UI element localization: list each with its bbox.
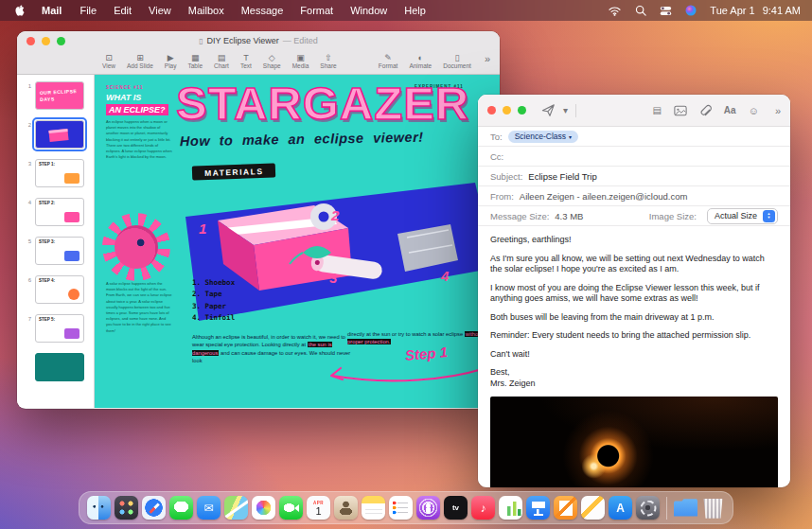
menu-bar-clock[interactable]: Tue Apr 1 9:41 AM xyxy=(710,5,801,16)
dock-messages-icon[interactable] xyxy=(169,496,193,520)
slide-number: 7 xyxy=(17,316,31,322)
dock-notes-icon[interactable] xyxy=(362,496,385,520)
menu-mailbox[interactable]: Mailbox xyxy=(180,0,233,21)
media-button[interactable]: ▣ Media xyxy=(292,53,309,69)
send-icon[interactable] xyxy=(541,103,556,117)
chart-button[interactable]: ▤ Chart xyxy=(214,53,229,69)
close-button[interactable] xyxy=(487,106,496,115)
document-button[interactable]: ▯ Document xyxy=(443,53,471,69)
apple-menu[interactable] xyxy=(11,4,32,17)
dock-trash-icon[interactable] xyxy=(701,496,725,520)
header-fields-icon[interactable]: ▤ xyxy=(652,105,661,115)
message-body-editor[interactable]: Greetings, earthlings! As I'm sure you a… xyxy=(478,226,790,389)
menu-help[interactable]: Help xyxy=(396,0,434,21)
subject-field[interactable]: Subject: Eclipse Field Trip xyxy=(478,167,790,186)
slide-thumbnail-2[interactable] xyxy=(35,120,84,149)
material-item-2: 2. Tape xyxy=(192,289,235,300)
eclipse-photo-attachment[interactable] xyxy=(490,397,778,487)
menu-window[interactable]: Window xyxy=(342,0,396,21)
emoji-icon[interactable]: ☺ xyxy=(749,105,759,116)
image-size-popup[interactable]: Actual Size ▴ ▾ xyxy=(707,208,778,224)
siri-icon[interactable] xyxy=(685,5,697,16)
zoom-button[interactable] xyxy=(57,37,65,45)
toolbar-overflow-chevron[interactable]: » xyxy=(483,53,492,69)
share-button[interactable]: ⇧ Share xyxy=(320,53,336,69)
dock-tv-icon[interactable]: tv xyxy=(444,496,468,520)
slide-thumbnail-1[interactable]: OUR ECLIPSE DAYS xyxy=(35,81,84,110)
zoom-button[interactable] xyxy=(518,106,526,115)
format-button[interactable]: ✎ Format xyxy=(379,53,398,69)
menu-view[interactable]: View xyxy=(140,0,180,21)
dock-calendar-icon[interactable]: APR 1 xyxy=(307,496,330,520)
appstore-glyph: A xyxy=(616,502,625,515)
dock-settings-icon[interactable] xyxy=(636,496,660,520)
sun-illustration[interactable] xyxy=(102,213,170,281)
dock-podcasts-icon[interactable] xyxy=(416,496,440,520)
format-icon[interactable]: Aa xyxy=(724,105,736,115)
add-slide-button[interactable]: ⊞ Add Slide xyxy=(127,53,153,69)
dock-music-icon[interactable]: ♪ xyxy=(471,496,495,520)
table-button[interactable]: ▦ Table xyxy=(187,53,203,69)
science-tag[interactable]: SCIENCE #11 xyxy=(106,85,144,90)
dock-contacts-icon[interactable] xyxy=(334,496,358,520)
warning-paragraph-2[interactable]: directly at the sun or try to watch a so… xyxy=(347,330,485,346)
close-button[interactable] xyxy=(26,37,35,45)
dock-keynote-icon[interactable] xyxy=(526,496,550,520)
play-button[interactable]: ▶ Play xyxy=(165,53,177,69)
mail-toolbar[interactable]: ▾ ▤ Aa ☺ » xyxy=(478,95,790,127)
keynote-titlebar[interactable]: ▯ DIY Eclipse Viewer — Edited xyxy=(17,31,500,50)
menu-message[interactable]: Message xyxy=(233,0,292,21)
dock-photos-icon[interactable] xyxy=(252,496,275,520)
menu-file[interactable]: File xyxy=(71,0,105,21)
dock-reminders-icon[interactable] xyxy=(389,496,413,520)
shape-button[interactable]: ◇ Shape xyxy=(263,53,281,69)
dock-maps-icon[interactable] xyxy=(224,496,248,520)
slide-thumbnail-6[interactable]: STEP 4: xyxy=(35,275,84,304)
slide-thumbnail-5[interactable]: STEP 3: xyxy=(35,237,84,265)
search-icon[interactable] xyxy=(635,5,646,16)
attach-icon[interactable] xyxy=(699,104,712,117)
intro-paragraph[interactable]: An eclipse happens when a moon or planet… xyxy=(106,119,172,160)
dock-numbers-icon[interactable] xyxy=(499,496,522,520)
view-button[interactable]: ⊡ View xyxy=(102,53,115,69)
dock-facetime-icon[interactable] xyxy=(279,496,303,520)
cc-field[interactable]: Cc: xyxy=(478,147,790,167)
warning-paragraph[interactable]: Although an eclipse is beautiful, in ord… xyxy=(192,333,351,365)
slide-row-5: 5 STEP 3: xyxy=(17,237,94,265)
materials-label[interactable]: MATERIALS xyxy=(192,163,276,180)
photo-browser-icon[interactable] xyxy=(674,105,687,116)
slide-subtitle[interactable]: How to make an eclipse viewer! xyxy=(180,130,424,149)
slide-thumbnail-3[interactable]: STEP 1: xyxy=(35,159,84,187)
wifi-icon[interactable] xyxy=(608,6,622,16)
dock-launchpad-icon[interactable] xyxy=(115,496,138,520)
dock-appstore-icon[interactable]: A xyxy=(609,496,632,520)
recipient-token[interactable]: Science-Class ▾ xyxy=(508,131,578,143)
minimize-button[interactable] xyxy=(503,106,511,115)
menu-edit[interactable]: Edit xyxy=(105,0,140,21)
send-options-chevron[interactable]: ▾ xyxy=(563,105,568,115)
materials-list[interactable]: 1. Shoebox 2. Tape 3. Paper 4. Tinfoil xyxy=(192,277,235,325)
dock-freeform-icon[interactable] xyxy=(581,496,605,520)
text-button[interactable]: T Text xyxy=(240,53,252,69)
menu-format[interactable]: Format xyxy=(291,0,342,21)
slide-thumbnail-4[interactable]: STEP 2: xyxy=(35,198,84,226)
dock-mail-icon[interactable]: ✉ xyxy=(197,496,221,520)
slide-row-6: 6 STEP 4: xyxy=(17,275,94,304)
dock-finder-icon[interactable] xyxy=(87,496,111,520)
mail-toolbar-overflow-chevron[interactable]: » xyxy=(775,105,781,116)
solar-note-paragraph[interactable]: A solar eclipse happens when the moon bl… xyxy=(106,281,172,334)
control-center-icon[interactable] xyxy=(660,6,672,16)
to-field[interactable]: To: Science-Class ▾ xyxy=(478,127,790,147)
dock-downloads-folder-icon[interactable] xyxy=(674,496,697,520)
from-field[interactable]: From: Aileen Zeigen - aileen.zeigen@iclo… xyxy=(478,186,790,206)
slide-thumbnail-8[interactable] xyxy=(35,353,84,381)
menu-app-name[interactable]: Mail xyxy=(32,0,71,21)
eclipse-heading[interactable]: WHAT IS AN ECLIPSE? xyxy=(106,93,168,115)
dock-safari-icon[interactable] xyxy=(142,496,166,520)
stargazer-title[interactable]: STARGAZER xyxy=(176,77,469,130)
dock-pages-icon[interactable] xyxy=(554,496,577,520)
slide-thumbnail-7[interactable]: STEP 5: xyxy=(35,314,84,343)
minimize-button[interactable] xyxy=(42,37,50,45)
slide-canvas[interactable]: SCIENCE #11 EXPERIMENT #11 WHAT IS AN EC… xyxy=(95,75,500,408)
animate-button[interactable]: ◐ Animate xyxy=(409,53,432,69)
